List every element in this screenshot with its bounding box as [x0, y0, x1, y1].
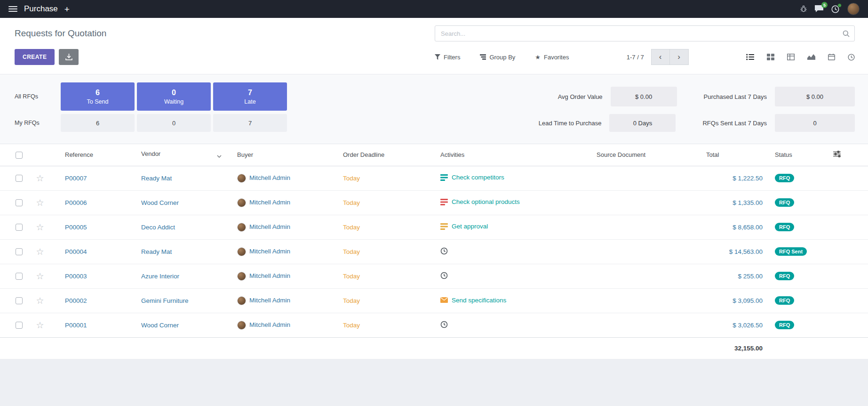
table-row[interactable]: ☆ P00006 Wood Corner Mitchell Admin Toda… [0, 190, 868, 215]
table-row[interactable]: ☆ P00004 Ready Mat Mitchell Admin Today [0, 239, 868, 264]
waiting-label: Waiting [164, 98, 183, 105]
filters-button[interactable]: Filters [435, 54, 460, 61]
my-to-send-tile[interactable]: 6 [61, 114, 135, 132]
search-icon[interactable] [843, 30, 850, 37]
row-checkbox[interactable] [16, 199, 23, 206]
row-checkbox[interactable] [16, 224, 23, 231]
activity-button[interactable]: Check optional products [440, 198, 520, 205]
table-row[interactable]: ☆ P00001 Wood Corner Mitchell Admin Toda… [0, 313, 868, 337]
favorite-star-icon[interactable]: ☆ [36, 173, 44, 183]
table-row[interactable]: ☆ P00003 Azure Interior Mitchell Admin T… [0, 264, 868, 288]
total-amount: $ 1,222.50 [706, 166, 772, 190]
favorite-star-icon[interactable]: ☆ [36, 271, 44, 281]
column-header-activities[interactable]: Activities [428, 144, 579, 166]
reference-link[interactable]: P00001 [65, 322, 87, 329]
page-title: Requests for Quotation [15, 28, 106, 39]
column-header-vendor[interactable]: Vendor [132, 144, 226, 166]
to-send-label: To Send [87, 98, 109, 105]
my-rfqs-label: My RFQs [0, 114, 58, 132]
activity-button[interactable] [440, 272, 452, 279]
favorite-star-icon[interactable]: ☆ [36, 198, 44, 208]
pager-previous-button[interactable]: ‹ [651, 49, 670, 65]
plus-icon[interactable]: + [64, 5, 70, 14]
buyer-link[interactable]: Mitchell Admin [249, 321, 290, 328]
select-all-checkbox[interactable] [16, 152, 23, 159]
vendor-link[interactable]: Wood Corner [141, 322, 179, 329]
buyer-link[interactable]: Mitchell Admin [249, 199, 290, 206]
table-row[interactable]: ☆ P00005 Deco Addict Mitchell Admin Toda… [0, 215, 868, 239]
activity-label: Check competitors [452, 174, 504, 181]
vendor-link[interactable]: Deco Addict [141, 224, 175, 231]
favorite-star-icon[interactable]: ☆ [36, 247, 44, 257]
my-late-tile[interactable]: 7 [213, 114, 287, 132]
buyer-link[interactable]: Mitchell Admin [249, 248, 290, 255]
buyer-link[interactable]: Mitchell Admin [249, 174, 290, 181]
row-checkbox[interactable] [16, 273, 23, 280]
buyer-avatar [237, 174, 246, 183]
vendor-link[interactable]: Gemini Furniture [141, 297, 189, 304]
pager-counter: 1-7 / 7 [627, 54, 644, 61]
activity-button[interactable]: Check competitors [440, 174, 504, 181]
footer-total-sum: 32,155.00 [706, 337, 772, 359]
activity-button[interactable] [440, 321, 452, 328]
debug-bug-icon[interactable] [800, 6, 807, 12]
pivot-view-icon[interactable] [787, 54, 795, 60]
my-waiting-tile[interactable]: 0 [137, 114, 211, 132]
search-bar[interactable] [435, 25, 855, 41]
row-checkbox[interactable] [16, 297, 23, 304]
app-name[interactable]: Purchase [24, 4, 58, 14]
reference-link[interactable]: P00006 [65, 199, 87, 206]
activity-button[interactable] [440, 247, 452, 255]
reference-link[interactable]: P00005 [65, 224, 87, 231]
buyer-link[interactable]: Mitchell Admin [249, 272, 290, 279]
column-header-source-document[interactable]: Source Document [579, 144, 706, 166]
activity-view-icon[interactable] [848, 54, 855, 61]
table-row[interactable]: ☆ P00007 Ready Mat Mitchell Admin Today … [0, 166, 868, 190]
reference-link[interactable]: P00007 [65, 175, 87, 182]
filters-label: Filters [444, 54, 460, 61]
column-header-total[interactable]: Total [706, 144, 772, 166]
reference-link[interactable]: P00004 [65, 248, 87, 255]
tile-to-send[interactable]: 6 To Send [61, 82, 135, 111]
create-button[interactable]: CREATE [15, 49, 55, 65]
vendor-link[interactable]: Ready Mat [141, 248, 172, 255]
activities-clock-icon[interactable] [831, 5, 839, 13]
buyer-avatar [237, 247, 246, 256]
group-by-button[interactable]: Group By [480, 54, 515, 61]
vendor-link[interactable]: Wood Corner [141, 199, 179, 206]
buyer-link[interactable]: Mitchell Admin [249, 223, 290, 230]
tile-waiting[interactable]: 0 Waiting [137, 82, 211, 111]
top-navbar: Purchase + 5 [0, 0, 868, 18]
column-header-order-deadline[interactable]: Order Deadline [329, 144, 428, 166]
column-header-status[interactable]: Status [772, 144, 833, 166]
list-view-icon[interactable] [746, 54, 754, 60]
column-header-reference[interactable]: Reference [52, 144, 132, 166]
reference-link[interactable]: P00002 [65, 297, 87, 304]
messages-icon[interactable]: 5 [815, 5, 823, 13]
user-avatar[interactable] [847, 3, 860, 15]
vendor-link[interactable]: Ready Mat [141, 175, 172, 182]
pager-next-button[interactable]: › [670, 49, 689, 65]
activity-button[interactable]: Get approval [440, 223, 488, 230]
export-button[interactable] [59, 49, 79, 65]
row-checkbox[interactable] [16, 248, 23, 255]
favorite-star-icon[interactable]: ☆ [36, 296, 44, 306]
row-checkbox[interactable] [16, 322, 23, 329]
favorites-button[interactable]: ★ Favorites [535, 54, 569, 61]
favorite-star-icon[interactable]: ☆ [36, 222, 44, 232]
buyer-link[interactable]: Mitchell Admin [249, 297, 290, 304]
favorite-star-icon[interactable]: ☆ [36, 320, 44, 330]
apps-menu-icon[interactable] [8, 6, 17, 12]
vendor-link[interactable]: Azure Interior [141, 273, 179, 280]
row-checkbox[interactable] [16, 175, 23, 182]
optional-columns-button[interactable] [833, 144, 868, 166]
kanban-view-icon[interactable] [767, 54, 774, 60]
search-input[interactable] [440, 30, 843, 38]
reference-link[interactable]: P00003 [65, 273, 87, 280]
graph-view-icon[interactable] [807, 54, 815, 60]
activity-button[interactable]: Send specifications [440, 297, 506, 304]
tile-late[interactable]: 7 Late [213, 82, 287, 111]
column-header-buyer[interactable]: Buyer [226, 144, 329, 166]
table-row[interactable]: ☆ P00002 Gemini Furniture Mitchell Admin… [0, 288, 868, 313]
calendar-view-icon[interactable] [828, 54, 835, 60]
